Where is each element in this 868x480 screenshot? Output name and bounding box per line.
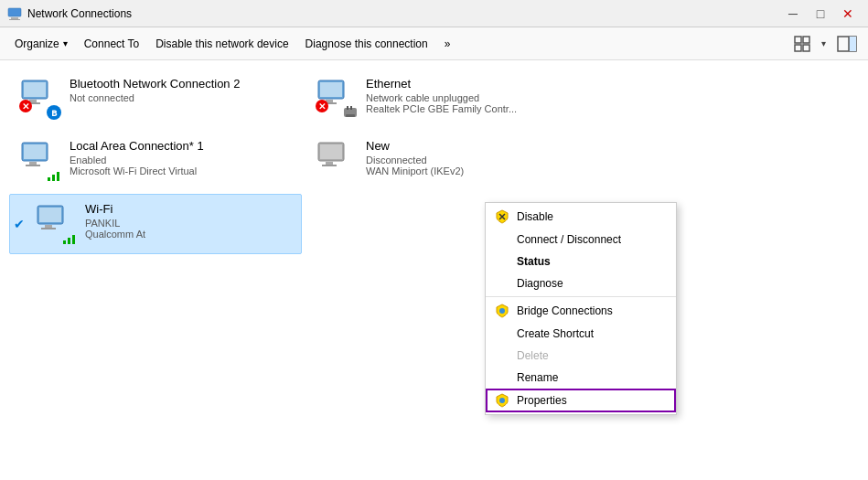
svg-rect-38 [322, 165, 337, 166]
grid-view-icon [794, 36, 810, 52]
svg-rect-41 [45, 225, 52, 228]
connection-bluetooth-name: Bluetooth Network Connection 2 [70, 77, 293, 91]
organize-button[interactable]: Organize ▾ [7, 31, 75, 57]
svg-rect-6 [803, 45, 809, 51]
connection-ethernet-status: Network cable unplugged [366, 92, 589, 103]
connection-local-status: Enabled [70, 155, 293, 165]
ctx-rename[interactable]: Rename [486, 367, 676, 389]
connection-wifi[interactable]: ✔ Wi-Fi PANKIL Qualcomm At [9, 194, 302, 254]
svg-rect-33 [52, 175, 55, 181]
svg-rect-8 [849, 37, 856, 51]
maximize-button[interactable]: □ [808, 5, 833, 23]
selection-checkmark: ✔ [14, 217, 25, 231]
ctx-create-shortcut[interactable]: Create Shortcut [486, 323, 676, 345]
shield-icon-properties [495, 393, 509, 408]
connection-wifi-name: Wi-Fi [85, 202, 292, 216]
connection-ethernet-info: Ethernet Network cable unplugged Realtek… [366, 77, 589, 114]
svg-rect-40 [39, 208, 61, 222]
svg-rect-30 [29, 162, 37, 165]
svg-text:ʙ: ʙ [51, 107, 58, 118]
svg-rect-36 [320, 144, 342, 159]
ctx-bridge[interactable]: Bridge Connections [486, 299, 676, 323]
svg-rect-25 [347, 106, 348, 110]
connection-wifi-info: Wi-Fi PANKIL Qualcomm At [85, 202, 292, 240]
ethernet-badge-icon [342, 104, 359, 121]
svg-rect-37 [326, 162, 333, 165]
diagnose-button[interactable]: Diagnose this connection [298, 31, 435, 57]
ctx-separator-1 [486, 296, 676, 297]
view-chevron-icon: ▾ [821, 38, 826, 48]
svg-rect-44 [68, 238, 70, 244]
organize-chevron-icon: ▾ [63, 38, 68, 48]
connection-new[interactable]: New Disconnected WAN Miniport (IKEv2) [305, 132, 598, 190]
ctx-connect-disconnect[interactable]: Connect / Disconnect [486, 229, 676, 251]
connection-ethernet-desc: Realtek PCIe GBE Family Contr... [366, 103, 589, 114]
shield-icon-bridge [495, 304, 509, 318]
svg-rect-5 [795, 45, 801, 51]
connection-new-info: New Disconnected WAN Miniport (IKEv2) [366, 139, 589, 176]
window-controls: ─ □ ✕ [780, 5, 861, 23]
connection-new-name: New [366, 139, 589, 153]
svg-rect-2 [9, 19, 20, 20]
pane-toggle-icon [837, 36, 857, 52]
bluetooth-icon-container: ✕ ʙ [18, 77, 62, 121]
svg-point-46 [499, 308, 505, 314]
connection-wifi-desc: Qualcomm At [85, 229, 292, 240]
svg-rect-34 [57, 172, 59, 181]
ethernet-icon-container: ✕ [315, 77, 359, 121]
window-title: Network Connections [27, 7, 780, 20]
ctx-delete[interactable]: Delete [486, 345, 676, 367]
context-menu: Disable Connect / Disconnect Status Diag… [485, 202, 677, 415]
connection-bluetooth-info: Bluetooth Network Connection 2 Not conne… [70, 77, 293, 103]
view-chevron-button[interactable]: ▾ [818, 35, 830, 52]
wifi-signal-badge-icon [61, 229, 78, 246]
connection-local[interactable]: Local Area Connection* 1 Enabled Microso… [9, 132, 302, 190]
toolbar-right: ▾ [790, 32, 861, 56]
connection-local-info: Local Area Connection* 1 Enabled Microso… [70, 139, 293, 176]
app-icon [7, 6, 22, 21]
connection-ethernet[interactable]: ✕ Ethernet Network cable unplugged Realt… [305, 69, 598, 128]
connection-ethernet-name: Ethernet [366, 77, 589, 91]
svg-rect-31 [26, 165, 40, 166]
close-button[interactable]: ✕ [835, 5, 861, 23]
svg-rect-26 [350, 106, 352, 110]
connection-bluetooth-status: Not connected [70, 92, 293, 103]
connection-wifi-status: PANKIL [85, 218, 292, 229]
ctx-status[interactable]: Status [486, 251, 676, 272]
content-area: ✕ ʙ Bluetooth Network Connection 2 Not c… [0, 60, 868, 480]
connection-local-name: Local Area Connection* 1 [70, 139, 293, 153]
svg-rect-19 [320, 82, 342, 97]
svg-rect-32 [48, 177, 50, 181]
connection-new-desc: WAN Miniport (IKEv2) [366, 165, 589, 176]
svg-rect-0 [8, 8, 21, 16]
wifi-icon-container [34, 202, 78, 246]
local-icon-container [18, 139, 62, 183]
disable-network-button[interactable]: Disable this network device [148, 31, 295, 57]
svg-rect-11 [24, 82, 46, 97]
svg-text:✕: ✕ [318, 101, 326, 112]
vpn-computer-icon [315, 139, 351, 176]
svg-rect-42 [41, 228, 56, 229]
svg-rect-29 [24, 144, 46, 159]
svg-rect-4 [803, 37, 809, 43]
svg-rect-1 [11, 17, 18, 19]
ctx-disable[interactable]: Disable [486, 205, 676, 229]
connection-local-desc: Microsoft Wi-Fi Direct Virtual [70, 165, 293, 176]
shield-icon-disable [495, 209, 509, 224]
ctx-diagnose[interactable]: Diagnose [486, 272, 676, 294]
svg-rect-45 [72, 235, 75, 244]
svg-rect-27 [346, 114, 355, 117]
connect-to-button[interactable]: Connect To [77, 31, 147, 57]
pane-toggle-button[interactable] [833, 32, 861, 56]
svg-point-47 [499, 398, 505, 403]
more-button[interactable]: » [437, 31, 458, 57]
minimize-button[interactable]: ─ [780, 5, 806, 23]
svg-text:✕: ✕ [22, 101, 29, 112]
connection-bluetooth[interactable]: ✕ ʙ Bluetooth Network Connection 2 Not c… [9, 69, 302, 128]
connection-new-status: Disconnected [366, 155, 589, 165]
view-button[interactable] [790, 32, 814, 56]
ctx-properties[interactable]: Properties [486, 389, 676, 412]
wifi-bars-badge-icon [46, 166, 62, 183]
bluetooth-badge-icon: ʙ [46, 104, 62, 121]
title-bar: Network Connections ─ □ ✕ [0, 0, 868, 27]
